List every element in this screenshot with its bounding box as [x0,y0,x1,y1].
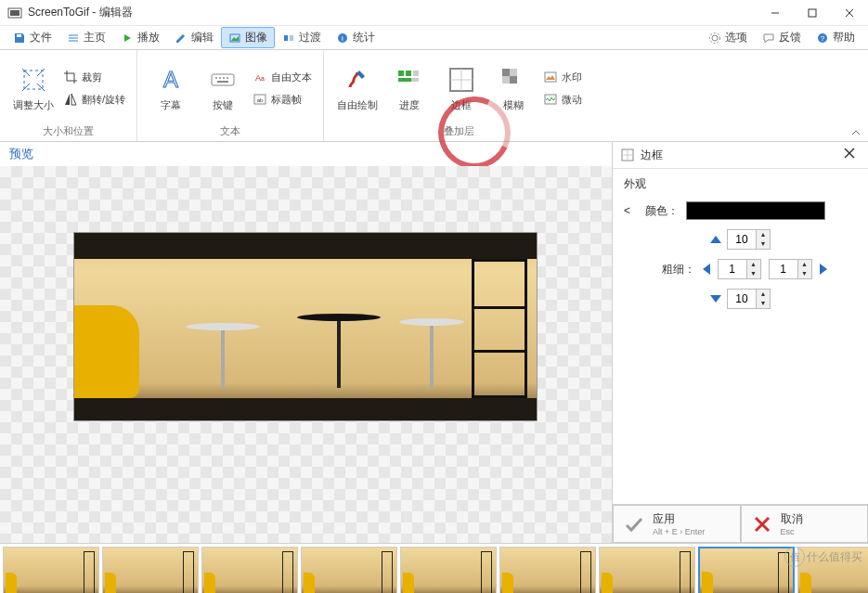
menu-options[interactable]: 选项 [701,27,755,48]
caption-button[interactable]: A 字幕 [145,54,197,122]
ribbon-collapse-button[interactable] [848,126,864,139]
freetext-button[interactable]: Aa自由文本 [249,67,316,87]
freedraw-button[interactable]: 自由绘制 [331,54,383,122]
thickness-right-input[interactable]: ▲▼ [769,259,812,279]
chat-icon [762,32,775,45]
maximize-button[interactable] [794,0,831,26]
save-icon [13,32,26,45]
group-label-text: 文本 [145,122,316,139]
svg-rect-49 [502,76,510,84]
thickness-left-input[interactable]: ▲▼ [718,259,761,279]
panel-close-button[interactable] [842,146,861,164]
frame-thumb[interactable]: 20117 ms [201,547,298,593]
frame-thumb[interactable]: 22116 ms [400,547,497,593]
list-icon [67,32,80,45]
resize-icon [19,65,48,95]
spin-up[interactable]: ▲ [757,290,770,299]
thumb-image [798,548,868,593]
text-icon: Aa [253,70,267,84]
resize-button[interactable]: 调整大小 [7,54,59,122]
help-icon: ? [816,32,829,45]
watermark-icon [543,70,558,84]
cinemagraph-button[interactable]: 微动 [539,89,586,110]
minimize-button[interactable] [757,0,794,26]
svg-rect-40 [406,71,411,76]
spin-up[interactable]: ▲ [798,260,811,269]
fliprotate-button[interactable]: 翻转/旋转 [59,89,129,110]
titlebar: ScreenToGif - 编辑器 [0,0,868,26]
menu-transition[interactable]: 过渡 [275,27,329,48]
thumb-image [202,548,297,593]
watermark-button[interactable]: 水印 [539,67,586,87]
svg-rect-1 [10,10,19,16]
spin-down[interactable]: ▼ [757,239,770,249]
spin-down[interactable]: ▼ [747,269,760,278]
arrow-up-icon[interactable] [710,236,721,243]
thumb-image [103,548,198,593]
cancel-button[interactable]: 取消Esc [741,505,869,543]
svg-point-31 [219,77,221,79]
frame-thumb[interactable]: 2499 ms [599,547,695,593]
close-button[interactable] [831,0,868,26]
menu-edit[interactable]: 编辑 [167,27,221,48]
thickness-label: 粗细： [654,262,695,277]
menu-image[interactable]: 图像 [221,27,275,48]
titleframe-button[interactable]: ab标题帧 [249,89,316,110]
thickness-top-input[interactable]: ▲▼ [727,229,771,250]
panel-body: 外观 < 颜色： ▲▼ 粗细： ▲▼ ▲▼ ▲▼ [613,169,868,505]
thumb-image [302,548,396,593]
window-title: ScreenToGif - 编辑器 [28,5,757,20]
svg-rect-3 [809,9,816,17]
spin-down[interactable]: ▼ [757,299,770,308]
preview-canvas[interactable] [0,166,612,543]
spin-up[interactable]: ▲ [757,230,770,239]
preview-image [74,233,537,420]
arrow-right-icon[interactable] [820,264,827,275]
gear-icon [708,32,721,45]
svg-marker-27 [71,94,76,105]
color-row: < 颜色： [624,201,857,220]
frame-thumb[interactable]: 23117 ms [499,547,596,593]
keys-button[interactable]: 按键 [197,54,249,122]
timeline[interactable]: 18117 ms 1999 ms 20117 ms 2199 ms 22116 … [0,543,868,593]
thumb-image [600,548,694,593]
border-button[interactable]: 边框 [435,54,487,122]
svg-point-17 [712,35,718,41]
svg-rect-50 [510,76,517,84]
frame-thumb[interactable]: 1999 ms [102,547,199,593]
ribbon-group-overlay: 自由绘制 进度 边框 模糊 水印 微动 叠加层 [324,50,593,141]
section-appearance-label: 外观 [624,176,857,192]
spin-up[interactable]: ▲ [747,260,760,269]
arrow-left-icon[interactable] [703,264,710,275]
menu-file[interactable]: 文件 [6,27,59,48]
menu-play[interactable]: 播放 [113,27,167,48]
frame-thumb[interactable]: 18117 ms [3,547,99,593]
frame-thumb[interactable]: 2199 ms [301,547,397,593]
svg-rect-34 [217,81,228,83]
color-picker[interactable] [686,201,825,220]
blur-icon [499,65,528,95]
blur-button[interactable]: 模糊 [487,54,539,122]
pencil-icon [175,32,188,45]
menu-help[interactable]: ?帮助 [809,27,862,48]
main-area: 预览 边框 外观 < 颜色： ▲▼ 粗细： [0,142,868,543]
progress-button[interactable]: 进度 [383,54,435,122]
thickness-bottom-input[interactable]: ▲▼ [727,289,771,309]
svg-rect-14 [290,35,293,41]
spin-down[interactable]: ▼ [798,269,811,278]
apply-button[interactable]: 应用Alt + E › Enter [613,505,741,543]
menu-feedback[interactable]: 反馈 [755,27,809,48]
info-icon: i [336,32,349,45]
svg-point-30 [215,77,217,79]
menu-stats[interactable]: i统计 [329,27,382,48]
frame-thumb[interactable]: 25116 ms [698,547,795,593]
svg-marker-12 [231,36,239,41]
arrow-down-icon[interactable] [710,295,721,303]
progress-icon [395,65,424,95]
border-panel: 边框 外观 < 颜色： ▲▼ 粗细： ▲▼ ▲▼ ▲▼ [612,142,868,543]
frame-thumb[interactable]: 26 [797,547,868,593]
menu-home[interactable]: 主页 [59,27,113,48]
color-label: 颜色： [638,203,679,219]
brush-icon [343,65,372,95]
crop-button[interactable]: 裁剪 [59,67,129,87]
